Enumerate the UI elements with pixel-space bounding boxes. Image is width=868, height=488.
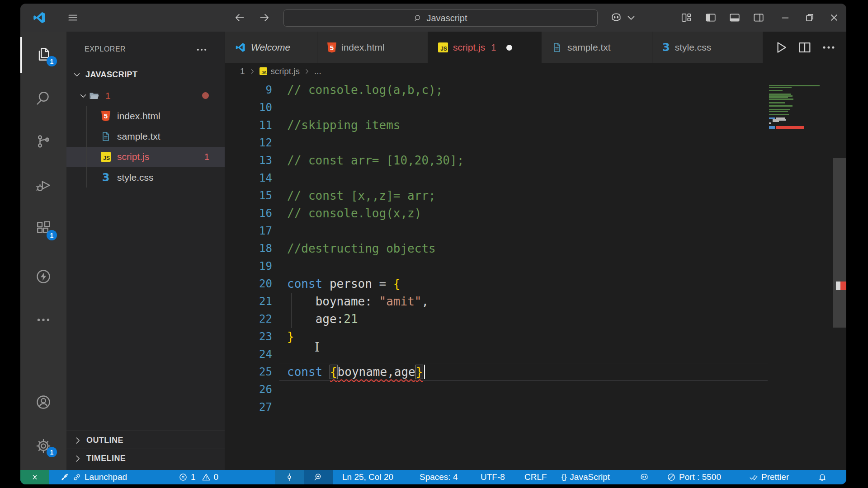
breadcrumb-item[interactable]: script.js (271, 66, 300, 76)
command-center-search[interactable]: Javascript (283, 9, 598, 27)
braces-icon: {} (561, 473, 566, 482)
activity-run-debug[interactable] (35, 177, 52, 193)
eol-sequence[interactable]: CRLF (524, 470, 547, 484)
commit-indicator[interactable] (275, 470, 304, 484)
code-line-23[interactable]: } (287, 328, 294, 346)
line-number: 18 (242, 240, 272, 258)
language-mode[interactable]: {}JavaScript (561, 470, 610, 484)
problems-counter[interactable]: 10 (179, 470, 218, 484)
overview-error-marker (840, 282, 846, 290)
link (72, 473, 81, 482)
remote-indicator[interactable] (20, 470, 49, 484)
live-server-port[interactable]: Port : 5500 (667, 470, 721, 484)
text-caret (424, 365, 425, 379)
more-actions-icon[interactable] (821, 40, 836, 55)
chevron-down-icon (78, 91, 88, 101)
run-code-icon[interactable] (773, 40, 788, 55)
editor-group: Welcome5index.htmlJSscript.js1sample.txt… (225, 32, 846, 470)
code-line-18[interactable]: //destructing objects (287, 240, 436, 258)
activity-source-control[interactable] (35, 133, 52, 150)
timeline-panel[interactable]: TIMELINE (66, 449, 225, 467)
tree-item-sample.txt[interactable]: sample.txt (66, 127, 225, 147)
breadcrumb-item[interactable]: 1 (240, 66, 245, 76)
tree-item-index.html[interactable]: 5index.html (66, 106, 225, 126)
tab-style.css[interactable]: 3style.css (652, 32, 763, 63)
outline-panel[interactable]: OUTLINE (66, 431, 225, 449)
indentation[interactable]: Spaces: 4 (420, 470, 458, 484)
active-view-indicator (20, 37, 22, 73)
code-line-13[interactable]: // const arr= [10,20,30]; (287, 152, 464, 169)
rocket (60, 473, 69, 482)
minimap-line (769, 85, 821, 86)
chevron-right-icon (249, 68, 256, 75)
code-line-16[interactable]: // console.log(x,z) (287, 205, 421, 222)
customize-layout-icon[interactable] (678, 4, 694, 32)
tab-sample.txt[interactable]: sample.txt (542, 32, 652, 63)
notifications-bell[interactable] (818, 470, 827, 484)
activity-settings-badge: 1 (47, 447, 57, 457)
code-line-15[interactable]: // const [x,,z]= arr; (287, 187, 436, 205)
chevron-right-icon (303, 68, 311, 75)
code-line-22[interactable]: age:21 (287, 310, 358, 328)
code-line-20[interactable]: const person = { (287, 275, 400, 293)
tab-script.js[interactable]: JSscript.js1 (428, 32, 542, 63)
line-number: 16 (242, 205, 272, 222)
split-editor-icon[interactable] (797, 40, 812, 55)
tree-item-script.js[interactable]: JSscript.js1 (66, 147, 225, 167)
folder-icon (88, 90, 100, 102)
toggle-secondary-sidebar-icon[interactable] (750, 4, 767, 32)
breadcrumb-item[interactable]: ... (314, 66, 321, 76)
code-line-11[interactable]: //skipping items (287, 117, 400, 134)
encoding[interactable]: UTF-8 (481, 470, 505, 484)
back-arrow-icon[interactable] (231, 4, 248, 32)
slash-circle (667, 473, 676, 482)
tree-item-1[interactable]: 1 (66, 85, 225, 106)
minimap[interactable] (769, 85, 830, 216)
launchpad-button[interactable]: Launchpad (60, 470, 127, 484)
bell (818, 473, 827, 482)
search-icon (414, 14, 422, 23)
line-number: 27 (242, 399, 272, 416)
line-number: 26 (242, 381, 272, 399)
minimap-line (769, 119, 788, 121)
breadcrumb: 1JSscript.js... (225, 63, 846, 79)
activity-bar: 111 (20, 32, 66, 470)
code-editor[interactable]: I 9// console.log(a,b,c);1011//skipping … (225, 79, 846, 470)
toggle-sidebar-icon[interactable] (703, 4, 719, 32)
line-number: 25 (242, 363, 272, 381)
maximize-button[interactable] (801, 4, 819, 32)
copilot-icon[interactable] (608, 4, 624, 32)
code-line-21[interactable]: boyname: "amit", (287, 293, 429, 310)
tab-index.html[interactable]: 5index.html (317, 32, 428, 63)
minimize-button[interactable] (776, 4, 794, 32)
tab-Welcome[interactable]: Welcome (225, 32, 317, 63)
activity-live-server[interactable] (35, 268, 52, 285)
activity-search[interactable] (35, 90, 52, 106)
activity-more[interactable] (35, 312, 52, 328)
chevron-down-icon (72, 70, 82, 80)
checks (749, 473, 758, 482)
zoom-indicator[interactable] (304, 470, 333, 484)
tree-item-style.css[interactable]: 3style.css (66, 167, 225, 188)
forward-arrow-icon[interactable] (256, 4, 273, 32)
status-bar: Launchpad10Ln 25, Col 20Spaces: 4UTF-8CR… (20, 470, 846, 484)
tab-label: style.css (675, 42, 712, 53)
menu-icon[interactable] (64, 4, 82, 32)
formatter-status[interactable]: Prettier (749, 470, 789, 484)
toggle-panel-icon[interactable] (726, 4, 743, 32)
vertical-scrollbar[interactable] (833, 158, 846, 328)
line-number: 14 (242, 169, 272, 187)
workspace-section[interactable]: JAVASCRIPT (66, 66, 225, 84)
cursor-position[interactable]: Ln 25, Col 20 (342, 470, 393, 484)
explorer-actions-icon[interactable] (195, 43, 209, 57)
vscode-window: Javascript 111 EXPLORER (20, 4, 846, 484)
code-line-9[interactable]: // console.log(a,b,c); (287, 81, 443, 99)
activity-account[interactable] (35, 394, 52, 410)
chevron-down-icon[interactable] (625, 4, 637, 32)
title-bar: Javascript (20, 4, 846, 32)
close-button[interactable] (825, 4, 843, 32)
copilot-status[interactable] (640, 470, 649, 484)
tab-label: Welcome (251, 42, 290, 53)
code-line-25[interactable]: const {boyname,age} (287, 363, 425, 381)
port-label: Port : 5500 (679, 472, 721, 482)
